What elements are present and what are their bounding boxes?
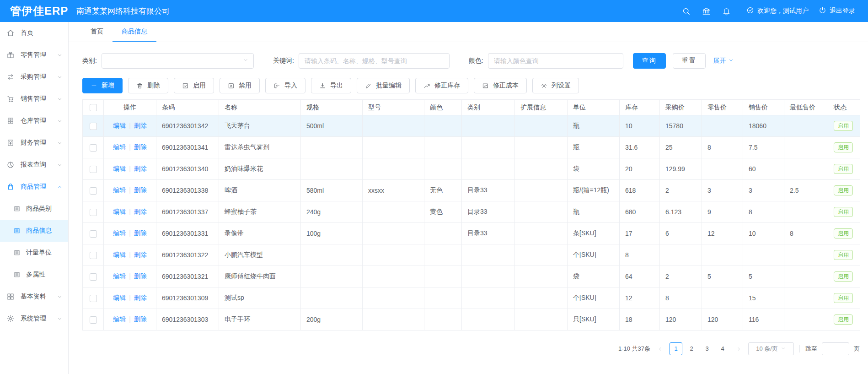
finance-icon — [6, 139, 15, 147]
delete-link[interactable]: 删除 — [134, 251, 147, 258]
sidebar-item-gear-top[interactable]: 系统管理 — [0, 308, 68, 330]
cell-min — [784, 137, 828, 158]
chart-line-button[interactable]: 修正库存 — [415, 78, 468, 93]
cell-actions: 编辑|删除 — [104, 309, 156, 331]
search-icon[interactable] — [676, 0, 696, 22]
row-checkbox[interactable] — [90, 230, 97, 238]
cell-color — [424, 223, 462, 244]
jump-page-input[interactable] — [822, 342, 849, 355]
cell-spec: 240g — [301, 201, 363, 223]
delete-link[interactable]: 删除 — [134, 122, 147, 129]
x-square-button[interactable]: 禁用 — [220, 78, 260, 93]
cell-stock: 20 — [620, 158, 660, 180]
plus-button[interactable]: 新增 — [82, 78, 123, 93]
category-select[interactable] — [102, 53, 254, 69]
delete-link[interactable]: 删除 — [134, 229, 147, 237]
keyword-input[interactable] — [299, 53, 450, 69]
sidebar-item-product-top[interactable]: 商品管理 — [0, 176, 68, 198]
delete-link[interactable]: 删除 — [134, 186, 147, 194]
sidebar-item-retail-top[interactable]: 零售管理 — [0, 44, 68, 66]
prev-page-button[interactable] — [655, 342, 665, 355]
sidebar-item-list-sub[interactable]: 计量单位 — [0, 242, 68, 264]
cell-unit: 瓶 — [568, 137, 620, 158]
sidebar-item-grid-top[interactable]: 基本资料 — [0, 286, 68, 308]
sidebar-item-finance-top[interactable]: 财务管理 — [0, 132, 68, 154]
tab-首页[interactable]: 首页 — [81, 22, 113, 42]
row-checkbox[interactable] — [90, 187, 97, 195]
delete-link[interactable]: 删除 — [134, 143, 147, 151]
select-all-checkbox[interactable] — [90, 104, 97, 111]
cell-min — [784, 287, 828, 309]
bell-icon[interactable] — [716, 0, 736, 22]
cell-actions: 编辑|删除 — [104, 287, 156, 309]
tab-商品信息[interactable]: 商品信息 — [113, 22, 156, 42]
delete-link[interactable]: 删除 — [134, 208, 147, 215]
cell-barcode: 6901236301321 — [156, 266, 219, 287]
expand-link[interactable]: 展开 — [713, 57, 734, 65]
table-header-row: 操作条码名称规格型号颜色类别扩展信息单位库存采购价零售价销售价最低售价状态 — [83, 100, 860, 115]
toolbar-button-label: 导入 — [284, 81, 297, 90]
sidebar-item-report-top[interactable]: 报表查询 — [0, 154, 68, 176]
page-size-select[interactable]: 10 条/页 — [748, 342, 794, 355]
cell-min — [784, 244, 828, 266]
row-checkbox[interactable] — [90, 295, 97, 302]
import-button[interactable]: 导入 — [265, 78, 305, 93]
row-checkbox[interactable] — [90, 209, 97, 216]
chart-box-button[interactable]: 修正成本 — [474, 78, 527, 93]
edit-link[interactable]: 编辑 — [113, 122, 126, 129]
row-checkbox[interactable] — [90, 273, 97, 281]
jump-suffix: 页 — [854, 345, 860, 353]
company-name: 南通某某网络科技有限公司 — [76, 6, 170, 16]
page-button-4[interactable]: 4 — [716, 342, 729, 355]
edit-button[interactable]: 批量编辑 — [357, 78, 410, 93]
cell-ext — [515, 223, 568, 244]
page-button-1[interactable]: 1 — [670, 342, 682, 355]
sidebar-item-label: 仓库管理 — [21, 117, 46, 125]
edit-link[interactable]: 编辑 — [113, 251, 126, 258]
cell-purchase — [660, 244, 702, 266]
gear-button[interactable]: 列设置 — [532, 78, 579, 93]
sidebar-item-home-top[interactable]: 首页 — [0, 22, 68, 44]
cell-min — [784, 309, 828, 331]
sidebar-item-list-sub[interactable]: 商品信息 — [0, 220, 68, 242]
row-checkbox[interactable] — [90, 123, 97, 130]
export-button[interactable]: 导出 — [311, 78, 351, 93]
row-checkbox[interactable] — [90, 166, 97, 173]
cell-actions: 编辑|删除 — [104, 201, 156, 223]
row-checkbox[interactable] — [90, 144, 97, 152]
welcome-user[interactable]: 欢迎您，测试用户 — [746, 6, 809, 16]
edit-link[interactable]: 编辑 — [113, 208, 126, 215]
edit-link[interactable]: 编辑 — [113, 186, 126, 194]
page-button-2[interactable]: 2 — [685, 342, 698, 355]
delete-link[interactable]: 删除 — [134, 315, 147, 323]
bank-icon[interactable] — [696, 0, 716, 22]
search-button[interactable]: 查询 — [633, 53, 666, 69]
delete-link[interactable]: 删除 — [134, 165, 147, 172]
delete-link[interactable]: 删除 — [134, 272, 147, 280]
edit-link[interactable]: 编辑 — [113, 294, 126, 301]
delete-link[interactable]: 删除 — [134, 294, 147, 301]
row-checkbox[interactable] — [90, 316, 97, 324]
edit-link[interactable]: 编辑 — [113, 315, 126, 323]
toolbar-button-label: 新增 — [102, 81, 114, 90]
edit-link[interactable]: 编辑 — [113, 165, 126, 172]
row-checkbox[interactable] — [90, 252, 97, 259]
check-square-button[interactable]: 启用 — [174, 78, 214, 93]
next-page-button[interactable] — [734, 342, 744, 355]
sidebar-item-warehouse-top[interactable]: 仓库管理 — [0, 110, 68, 132]
sidebar-item-list-sub[interactable]: 商品类别 — [0, 198, 68, 220]
chevron-down-icon — [57, 74, 63, 80]
sidebar-item-sales-top[interactable]: 销售管理 — [0, 88, 68, 110]
trash-button[interactable]: 删除 — [128, 78, 168, 93]
page-button-3[interactable]: 3 — [701, 342, 713, 355]
chevron-up-icon — [57, 184, 63, 190]
reset-button[interactable]: 重置 — [673, 53, 706, 69]
edit-link[interactable]: 编辑 — [113, 272, 126, 280]
sidebar-item-list-sub[interactable]: 多属性 — [0, 264, 68, 286]
edit-link[interactable]: 编辑 — [113, 229, 126, 237]
edit-link[interactable]: 编辑 — [113, 143, 126, 151]
cell-min: 2.5 — [784, 180, 828, 201]
sidebar-item-purchase-top[interactable]: 采购管理 — [0, 66, 68, 88]
logout-button[interactable]: 退出登录 — [819, 6, 855, 16]
color-input[interactable] — [488, 53, 623, 69]
